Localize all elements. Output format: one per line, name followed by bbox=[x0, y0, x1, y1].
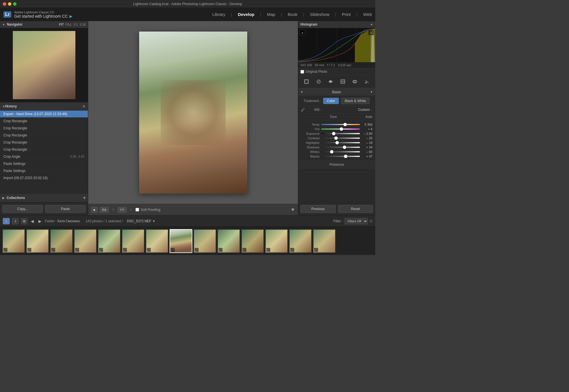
close-button[interactable] bbox=[3, 2, 6, 6]
spot-removal-icon[interactable] bbox=[315, 78, 323, 86]
maximize-button[interactable] bbox=[13, 2, 17, 6]
collections-triangle[interactable]: ▶ bbox=[2, 196, 5, 200]
filmstrip-prev-arrow[interactable]: ◀ bbox=[30, 218, 35, 224]
minimize-button[interactable] bbox=[8, 2, 11, 6]
history-item[interactable]: Crop Rectangle bbox=[0, 118, 88, 125]
reset-button[interactable]: Reset bbox=[338, 205, 373, 213]
film-thumb[interactable] bbox=[146, 229, 168, 253]
history-item[interactable]: Crop Angle -1,61 -1,61 bbox=[0, 153, 88, 160]
history-triangle[interactable]: ▼ bbox=[2, 105, 5, 108]
get-started-arrow[interactable]: ▶ bbox=[69, 14, 73, 18]
history-item[interactable]: Import (09.07.2020 20:02:18) bbox=[0, 175, 88, 182]
nav-map[interactable]: Map bbox=[267, 12, 275, 17]
whites-thumb[interactable] bbox=[330, 150, 333, 154]
tone-auto-button[interactable]: Auto bbox=[365, 115, 372, 119]
original-photo-checkbox[interactable] bbox=[300, 70, 304, 74]
temp-thumb[interactable] bbox=[343, 123, 347, 126]
history-item-label: Crop Rectangle bbox=[3, 140, 27, 144]
film-thumb[interactable] bbox=[74, 229, 97, 253]
page-1-button[interactable]: 1 bbox=[3, 218, 10, 224]
film-thumb[interactable] bbox=[193, 229, 216, 253]
history-item[interactable]: Paste Settings bbox=[0, 160, 88, 167]
film-thumb[interactable] bbox=[2, 229, 25, 253]
nav-1-16[interactable]: 1:16 bbox=[80, 23, 86, 26]
film-thumb-selected[interactable] bbox=[170, 229, 192, 253]
whites-slider-row: Whites – 60 bbox=[301, 150, 372, 154]
histogram-highlight-clip[interactable]: ▲ bbox=[368, 30, 374, 35]
history-item-hint: -1,61 -1,61 bbox=[69, 155, 84, 159]
page-2-button[interactable]: 2 bbox=[12, 218, 19, 224]
wb-value[interactable]: Custom bbox=[323, 108, 370, 112]
history-item[interactable]: Crop Rectangle bbox=[0, 146, 88, 153]
highlights-thumb[interactable] bbox=[335, 141, 339, 144]
film-thumb[interactable] bbox=[289, 229, 312, 253]
film-badge bbox=[99, 248, 103, 252]
nav-print[interactable]: Print bbox=[342, 12, 351, 17]
collections-add-button[interactable]: + bbox=[83, 195, 86, 200]
red-eye-icon[interactable] bbox=[327, 78, 335, 86]
shadows-thumb[interactable] bbox=[343, 146, 346, 149]
film-badge bbox=[123, 248, 127, 252]
nav-develop[interactable]: Develop bbox=[238, 12, 254, 17]
nav-library[interactable]: Library bbox=[212, 12, 225, 17]
history-close-button[interactable]: ✕ bbox=[82, 104, 86, 109]
nav-slideshow[interactable]: Slideshow bbox=[310, 12, 329, 17]
brush-icon[interactable] bbox=[363, 78, 371, 86]
whites-track bbox=[321, 151, 360, 152]
blacks-thumb[interactable] bbox=[344, 155, 347, 158]
film-thumb[interactable] bbox=[217, 229, 240, 253]
treatment-row: Treatment : Color Black & White bbox=[298, 96, 375, 106]
radial-filter-icon[interactable] bbox=[351, 78, 359, 86]
highlights-track bbox=[321, 142, 360, 143]
grid-view-button[interactable]: ⊞ bbox=[21, 218, 27, 224]
history-item[interactable]: Crop Rectangle bbox=[0, 125, 88, 132]
toolbar-expand-button[interactable]: ▼ bbox=[290, 207, 295, 212]
copy-button[interactable]: Copy... bbox=[2, 205, 43, 213]
navigator-triangle[interactable]: ▼ bbox=[2, 23, 5, 26]
contrast-thumb[interactable] bbox=[334, 136, 338, 140]
svg-line-22 bbox=[28, 248, 31, 251]
previous-button[interactable]: Previous bbox=[300, 205, 336, 213]
crop-overlay-button[interactable]: ■ bbox=[91, 207, 98, 213]
exposure-thumb[interactable] bbox=[332, 132, 335, 135]
history-item[interactable]: Crop Rectangle bbox=[0, 132, 88, 139]
svg-line-26 bbox=[76, 248, 79, 251]
nav-fill[interactable]: FILL bbox=[65, 23, 72, 26]
format-btn-ra[interactable]: RA bbox=[100, 207, 109, 213]
contrast-track bbox=[321, 138, 360, 139]
graduated-filter-icon[interactable] bbox=[339, 78, 347, 86]
film-thumb[interactable] bbox=[313, 229, 336, 253]
filter-select[interactable]: Filters Off Flagged Rated Edited bbox=[345, 218, 368, 224]
nav-fit[interactable]: FIT bbox=[59, 23, 64, 26]
color-treatment-button[interactable]: Color bbox=[323, 98, 339, 104]
format-btn-yy[interactable]: YY bbox=[118, 207, 127, 213]
nav-1-1[interactable]: 1:1 bbox=[73, 23, 78, 26]
film-thumb[interactable] bbox=[98, 229, 121, 253]
film-thumb[interactable] bbox=[265, 229, 288, 253]
history-item[interactable]: Paste Settings bbox=[0, 167, 88, 175]
film-thumb[interactable] bbox=[241, 229, 264, 253]
film-thumb[interactable] bbox=[50, 229, 73, 253]
film-thumb[interactable] bbox=[122, 229, 145, 253]
history-item[interactable]: Crop Rectangle bbox=[0, 139, 88, 146]
wb-eyedropper[interactable]: 🖊 bbox=[301, 107, 305, 112]
filmstrip-next-arrow[interactable]: ▶ bbox=[37, 218, 43, 224]
basic-panel-expand[interactable]: ▼ bbox=[300, 90, 303, 94]
filename-dropdown[interactable]: ▼ bbox=[152, 219, 155, 223]
basic-panel-collapse[interactable]: ▼ bbox=[370, 90, 373, 94]
history-item[interactable]: Export - Hard Drive (13.07.2020 21:53:49… bbox=[0, 111, 88, 118]
svg-point-16 bbox=[354, 81, 356, 82]
window-controls[interactable] bbox=[3, 2, 17, 6]
paste-button[interactable]: Paste bbox=[45, 205, 86, 213]
soft-proofing-checkbox[interactable] bbox=[135, 208, 139, 211]
bw-treatment-button[interactable]: Black & White bbox=[341, 98, 370, 104]
nav-web[interactable]: Web bbox=[363, 12, 372, 17]
histogram-expand[interactable]: ▼ bbox=[370, 23, 373, 26]
histogram-shadow-clip[interactable]: ▲ bbox=[300, 30, 305, 35]
wb-dropdown-arrow[interactable]: ↕ bbox=[371, 108, 372, 111]
film-thumb[interactable] bbox=[26, 229, 49, 253]
history-item-label: Crop Angle bbox=[3, 155, 20, 159]
crop-tool-icon[interactable] bbox=[302, 78, 310, 86]
tint-thumb[interactable] bbox=[340, 127, 343, 131]
nav-book[interactable]: Book bbox=[288, 12, 297, 17]
